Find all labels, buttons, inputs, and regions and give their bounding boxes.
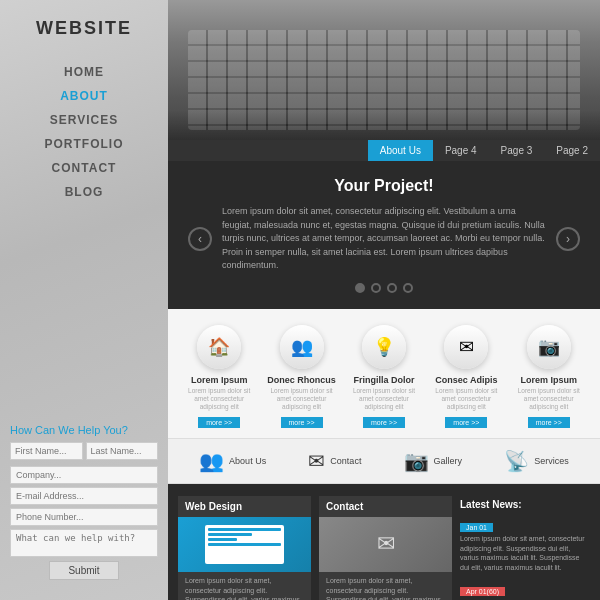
news-item-1: Apr 01(60)Lorem ipsum dolor sit amet, co… (460, 580, 590, 600)
service-desc-2: Lorem ipsum dolor sit amet consectetur a… (348, 387, 420, 412)
hero-image (168, 0, 600, 140)
sidebar-nav-about[interactable]: ABOUT (60, 87, 108, 105)
bottom-icon-glyph-1: ✉ (308, 449, 325, 473)
dot-3[interactable] (387, 283, 397, 293)
contact-card: Contact ✉ Lorem ipsum dolor sit amet, co… (319, 496, 452, 600)
dark-section: Web Design Lorem ipsum dolor sit amet, c… (168, 484, 600, 600)
service-icon-4: 📷 (527, 325, 571, 369)
service-item-3: ✉Consec AdipisLorem ipsum dolor sit amet… (430, 325, 502, 428)
tab-about-us[interactable]: About Us (368, 140, 433, 161)
service-more-btn-3[interactable]: more >> (445, 417, 487, 428)
bottom-icon-label-0: About Us (229, 456, 266, 466)
message-field[interactable] (10, 529, 158, 557)
envelope-icon: ✉ (377, 531, 395, 557)
latest-news: Latest News: Jan 01Lorem ipsum dolor sit… (460, 496, 590, 600)
service-item-1: 👥Donec RhoncusLorem ipsum dolor sit amet… (266, 325, 338, 428)
dot-2[interactable] (371, 283, 381, 293)
bottom-icon-services[interactable]: 📡Services (504, 449, 569, 473)
bottom-icon-gallery[interactable]: 📷Gallery (404, 449, 463, 473)
main-content: About UsPage 4Page 3Page 2 Your Project!… (168, 0, 600, 600)
service-item-4: 📷Lorem IpsumLorem ipsum dolor sit amet c… (513, 325, 585, 428)
bottom-icon-label-3: Services (534, 456, 569, 466)
news-badge-0: Jan 01 (460, 523, 493, 532)
service-desc-1: Lorem ipsum dolor sit amet consectetur a… (266, 387, 338, 412)
bottom-icon-contact[interactable]: ✉Contact (308, 449, 361, 473)
service-name-4: Lorem Ipsum (520, 375, 577, 385)
dot-1[interactable] (355, 283, 365, 293)
tab-page-4[interactable]: Page 4 (433, 140, 489, 161)
project-title: Your Project! (188, 177, 580, 195)
webdesign-image (178, 517, 311, 572)
tab-page-3[interactable]: Page 3 (489, 140, 545, 161)
bottom-icons-row: 👥About Us✉Contact📷Gallery📡Services (168, 438, 600, 484)
contact-card-title: Contact (319, 496, 452, 517)
webdesign-text: Lorem ipsum dolor sit amet, consectetur … (178, 572, 311, 600)
service-icon-2: 💡 (362, 325, 406, 369)
service-more-btn-1[interactable]: more >> (281, 417, 323, 428)
service-desc-4: Lorem ipsum dolor sit amet consectetur a… (513, 387, 585, 412)
service-more-btn-2[interactable]: more >> (363, 417, 405, 428)
sidebar-nav-home[interactable]: HOME (64, 63, 104, 81)
service-name-0: Lorem Ipsum (191, 375, 248, 385)
sidebar-nav: HOMEABOUTSERVICESPORTFOLIOCONTACTBLOG (0, 63, 168, 201)
service-icon-0: 🏠 (197, 325, 241, 369)
webdesign-title: Web Design (178, 496, 311, 517)
form-fields (10, 442, 158, 526)
service-name-1: Donec Rhoncus (267, 375, 336, 385)
latest-news-title: Latest News: (460, 496, 590, 516)
contact-form: How Can We Help You? Submit (10, 424, 158, 580)
service-more-btn-4[interactable]: more >> (528, 417, 570, 428)
service-desc-0: Lorem ipsum dolor sit amet consectetur a… (183, 387, 255, 412)
bottom-icon-glyph-3: 📡 (504, 449, 529, 473)
service-name-3: Consec Adipis (435, 375, 497, 385)
bottom-icon-label-2: Gallery (434, 456, 463, 466)
service-desc-3: Lorem ipsum dolor sit amet consectetur a… (430, 387, 502, 412)
help-text: How Can We Help You? (10, 424, 158, 436)
next-arrow[interactable]: › (556, 227, 580, 251)
hero-banner (168, 0, 600, 140)
news-text-0: Lorem ipsum dolor sit amet, consectetur … (460, 534, 590, 573)
project-dots (188, 283, 580, 293)
contact-image: ✉ (319, 517, 452, 572)
contact-text: Lorem ipsum dolor sit amet, consectetur … (319, 572, 452, 600)
sidebar-nav-blog[interactable]: BLOG (65, 183, 104, 201)
service-icon-1: 👥 (280, 325, 324, 369)
service-item-0: 🏠Lorem IpsumLorem ipsum dolor sit amet c… (183, 325, 255, 428)
tab-navigation: About UsPage 4Page 3Page 2 (168, 140, 600, 161)
form-field-4[interactable] (10, 508, 158, 526)
webdesign-card: Web Design Lorem ipsum dolor sit amet, c… (178, 496, 311, 600)
prev-arrow[interactable]: ‹ (188, 227, 212, 251)
bottom-icon-glyph-0: 👥 (199, 449, 224, 473)
news-item-0: Jan 01Lorem ipsum dolor sit amet, consec… (460, 516, 590, 573)
form-field-3[interactable] (10, 487, 158, 505)
news-badge-1: Apr 01(60) (460, 587, 505, 596)
form-field-1[interactable] (86, 442, 159, 460)
service-name-2: Fringilla Dolor (353, 375, 414, 385)
bottom-icon-label-1: Contact (330, 456, 361, 466)
sidebar-nav-portfolio[interactable]: PORTFOLIO (45, 135, 124, 153)
site-title: WEBSITE (36, 18, 132, 39)
project-text: Lorem ipsum dolor sit amet, consectetur … (222, 205, 546, 273)
form-field-2[interactable] (10, 466, 158, 484)
form-field-0[interactable] (10, 442, 83, 460)
services-row: 🏠Lorem IpsumLorem ipsum dolor sit amet c… (168, 309, 600, 438)
bottom-icon-about-us[interactable]: 👥About Us (199, 449, 266, 473)
project-section: Your Project! ‹ Lorem ipsum dolor sit am… (168, 161, 600, 309)
tab-page-2[interactable]: Page 2 (544, 140, 600, 161)
sidebar-nav-services[interactable]: SERVICES (50, 111, 118, 129)
sidebar: WEBSITE HOMEABOUTSERVICESPORTFOLIOCONTAC… (0, 0, 168, 600)
bottom-icon-glyph-2: 📷 (404, 449, 429, 473)
service-item-2: 💡Fringilla DolorLorem ipsum dolor sit am… (348, 325, 420, 428)
service-icon-3: ✉ (444, 325, 488, 369)
submit-button[interactable]: Submit (49, 561, 118, 580)
service-more-btn-0[interactable]: more >> (198, 417, 240, 428)
sidebar-nav-contact[interactable]: CONTACT (52, 159, 117, 177)
dot-4[interactable] (403, 283, 413, 293)
